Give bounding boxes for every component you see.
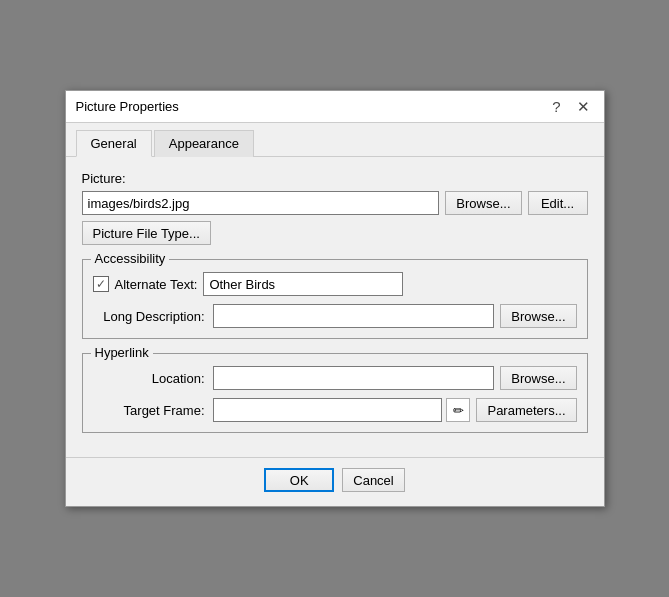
title-bar-controls: ? ✕ bbox=[548, 99, 593, 114]
close-button[interactable]: ✕ bbox=[573, 99, 594, 114]
tab-general[interactable]: General bbox=[76, 130, 152, 157]
location-row: Location: Browse... bbox=[93, 366, 577, 390]
ok-button[interactable]: OK bbox=[264, 468, 334, 492]
location-label: Location: bbox=[93, 371, 213, 386]
file-type-row: Picture File Type... bbox=[82, 221, 588, 245]
help-button[interactable]: ? bbox=[548, 99, 564, 114]
picture-properties-dialog: Picture Properties ? ✕ General Appearanc… bbox=[65, 90, 605, 507]
long-desc-browse-button[interactable]: Browse... bbox=[500, 304, 576, 328]
accessibility-title: Accessibility bbox=[91, 251, 170, 266]
long-description-input[interactable] bbox=[213, 304, 495, 328]
parameters-button[interactable]: Parameters... bbox=[476, 398, 576, 422]
dialog-footer: OK Cancel bbox=[66, 457, 604, 506]
alternate-text-input[interactable] bbox=[203, 272, 403, 296]
pen-button[interactable]: ✏ bbox=[446, 398, 470, 422]
picture-path-input[interactable] bbox=[82, 191, 440, 215]
picture-section: Picture: Browse... Edit... Picture File … bbox=[82, 171, 588, 245]
location-browse-button[interactable]: Browse... bbox=[500, 366, 576, 390]
picture-edit-button[interactable]: Edit... bbox=[528, 191, 588, 215]
checkmark-icon: ✓ bbox=[96, 277, 106, 291]
alternate-text-row: ✓ Alternate Text: bbox=[93, 272, 577, 296]
hyperlink-title: Hyperlink bbox=[91, 345, 153, 360]
tab-appearance[interactable]: Appearance bbox=[154, 130, 254, 157]
dialog-body: Picture: Browse... Edit... Picture File … bbox=[66, 157, 604, 457]
long-description-row: Long Description: Browse... bbox=[93, 304, 577, 328]
checkbox-area: ✓ Alternate Text: bbox=[93, 276, 198, 292]
target-frame-label: Target Frame: bbox=[93, 403, 213, 418]
cancel-button[interactable]: Cancel bbox=[342, 468, 404, 492]
long-description-label: Long Description: bbox=[93, 309, 213, 324]
picture-label: Picture: bbox=[82, 171, 588, 186]
dialog-title: Picture Properties bbox=[76, 99, 179, 114]
picture-file-type-button[interactable]: Picture File Type... bbox=[82, 221, 211, 245]
tab-bar: General Appearance bbox=[66, 123, 604, 157]
title-bar: Picture Properties ? ✕ bbox=[66, 91, 604, 123]
alternate-text-label: Alternate Text: bbox=[115, 277, 198, 292]
picture-browse-button[interactable]: Browse... bbox=[445, 191, 521, 215]
target-frame-row: Target Frame: ✏ Parameters... bbox=[93, 398, 577, 422]
alternate-text-checkbox[interactable]: ✓ bbox=[93, 276, 109, 292]
accessibility-section: Accessibility ✓ Alternate Text: Long Des… bbox=[82, 259, 588, 339]
target-frame-input[interactable] bbox=[213, 398, 443, 422]
pen-icon: ✏ bbox=[453, 403, 464, 418]
hyperlink-section: Hyperlink Location: Browse... Target Fra… bbox=[82, 353, 588, 433]
picture-path-row: Browse... Edit... bbox=[82, 191, 588, 215]
location-input[interactable] bbox=[213, 366, 495, 390]
